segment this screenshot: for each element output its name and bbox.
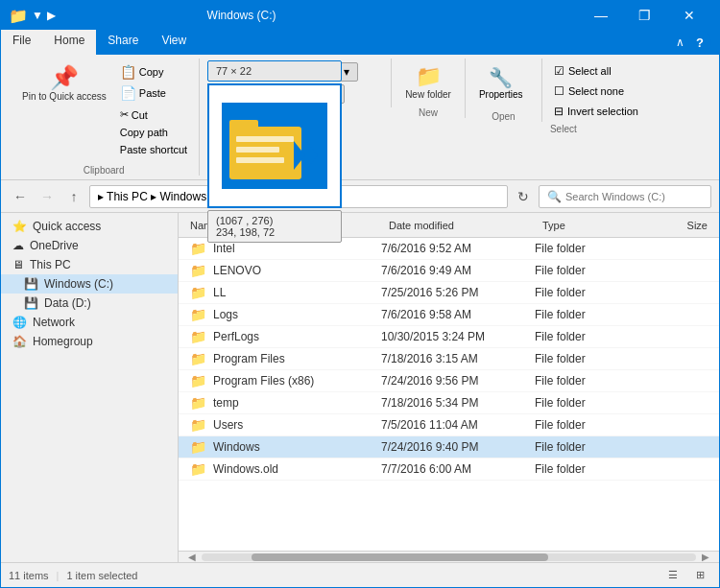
coords-text: (1067 , 276) bbox=[216, 215, 333, 226]
checkbox-all-icon: ☑ bbox=[554, 64, 564, 78]
paste-button[interactable]: 📄 Paste bbox=[116, 83, 191, 103]
file-type: File folder bbox=[535, 308, 631, 321]
file-row[interactable]: 📁 Windows 7/24/2016 9:40 PM File folder bbox=[179, 436, 719, 459]
title-controls: — ❐ ✕ bbox=[579, 1, 711, 30]
tab-share[interactable]: Share bbox=[96, 30, 150, 55]
search-icon: 🔍 bbox=[547, 190, 562, 203]
up-button[interactable]: ↑ bbox=[62, 185, 85, 208]
svg-rect-5 bbox=[236, 157, 284, 163]
file-name: Logs bbox=[213, 308, 381, 321]
scrollbar-thumb[interactable] bbox=[252, 553, 548, 561]
select-none-button[interactable]: ☐ Select none bbox=[550, 82, 642, 100]
scrollbar-track[interactable] bbox=[202, 553, 696, 561]
tab-home[interactable]: Home bbox=[42, 30, 96, 55]
forward-button[interactable]: → bbox=[36, 185, 59, 208]
cut-label: Cut bbox=[132, 109, 148, 121]
minimize-button[interactable]: — bbox=[579, 1, 623, 30]
copy-label: Copy bbox=[139, 66, 164, 78]
properties-button[interactable]: 🔧 Properties bbox=[473, 62, 529, 104]
col-header-size[interactable]: Size bbox=[635, 220, 711, 231]
search-box[interactable]: 🔍 bbox=[539, 185, 711, 208]
properties-icon: 🔧 bbox=[489, 66, 513, 89]
sidebar: ⭐ Quick access ☁ OneDrive 🖥 This PC 💾 Wi… bbox=[1, 213, 179, 562]
file-row[interactable]: 📁 temp 7/18/2016 5:34 PM File folder bbox=[179, 392, 719, 414]
sidebar-item-homegroup[interactable]: 🏠 Homegroup bbox=[1, 332, 178, 351]
file-name: Windows bbox=[213, 440, 381, 454]
preview-box bbox=[207, 83, 342, 208]
back-button[interactable]: ← bbox=[9, 185, 32, 208]
tiles-view-button[interactable]: ⊞ bbox=[688, 566, 711, 585]
copy-path-label: Copy path bbox=[120, 127, 168, 138]
sidebar-item-onedrive[interactable]: ☁ OneDrive bbox=[1, 236, 178, 255]
folder-icon: 📁 bbox=[190, 373, 205, 388]
horizontal-scrollbar[interactable]: ◀ ▶ bbox=[179, 551, 719, 562]
file-name: Program Files (x86) bbox=[213, 374, 381, 388]
file-row[interactable]: 📁 Users 7/5/2016 11:04 AM File folder bbox=[179, 414, 719, 436]
file-type: File folder bbox=[535, 264, 631, 277]
file-date: 10/30/2015 3:24 PM bbox=[381, 330, 535, 343]
drive-icon: 💾 bbox=[24, 277, 38, 291]
file-row[interactable]: 📁 Windows.old 7/7/2016 6:00 AM File fold… bbox=[179, 459, 719, 481]
paste-shortcut-label: Paste shortcut bbox=[120, 144, 187, 155]
coords-tooltip: (1067 , 276) 234, 198, 72 bbox=[207, 210, 342, 243]
search-input[interactable] bbox=[565, 191, 703, 202]
folder-icon: 📁 bbox=[190, 395, 205, 411]
sidebar-item-network[interactable]: 🌐 Network bbox=[1, 313, 178, 332]
pin-to-quick-access-button[interactable]: 📌 Pin to Quick access bbox=[16, 62, 112, 157]
color-text: 234, 198, 72 bbox=[216, 226, 333, 238]
file-date: 7/6/2016 9:58 AM bbox=[381, 308, 535, 321]
network-icon: 🌐 bbox=[12, 316, 27, 329]
file-name: temp bbox=[213, 396, 381, 410]
refresh-button[interactable]: ↻ bbox=[512, 185, 535, 208]
file-date: 7/24/2016 9:56 PM bbox=[381, 374, 535, 388]
folder-icon: 📁 bbox=[190, 461, 205, 477]
address-bar: ← → ↑ ▸ This PC ▸ Windows (C:) ↻ 🔍 bbox=[1, 180, 719, 213]
col-header-date[interactable]: Date modified bbox=[385, 220, 539, 231]
tab-view[interactable]: View bbox=[150, 30, 198, 55]
file-name: Windows.old bbox=[213, 462, 381, 476]
sidebar-network-label: Network bbox=[33, 316, 75, 329]
file-row[interactable]: 📁 Logs 7/6/2016 9:58 AM File folder bbox=[179, 304, 719, 326]
title-bar-left: 📁 ▼ ▶ bbox=[9, 7, 56, 25]
paste-icon: 📄 bbox=[120, 85, 136, 101]
file-row[interactable]: 📁 LENOVO 7/6/2016 9:49 AM File folder bbox=[179, 260, 719, 282]
maximize-button[interactable]: ❐ bbox=[623, 1, 667, 30]
sidebar-item-data-d[interactable]: 💾 Data (D:) bbox=[1, 294, 178, 313]
select-group-label: Select bbox=[550, 124, 577, 134]
copy-button[interactable]: 📋 Copy bbox=[116, 62, 191, 82]
file-row[interactable]: 📁 Program Files 7/18/2016 3:15 AM File f… bbox=[179, 348, 719, 370]
tab-file[interactable]: File bbox=[1, 30, 42, 55]
file-row[interactable]: 📁 Program Files (x86) 7/24/2016 9:56 PM … bbox=[179, 370, 719, 392]
paste-shortcut-button[interactable]: Paste shortcut bbox=[116, 142, 191, 157]
sidebar-item-quick-access[interactable]: ⭐ Quick access bbox=[1, 217, 178, 236]
col-header-type[interactable]: Type bbox=[539, 220, 635, 231]
file-name: Intel bbox=[213, 242, 381, 255]
invert-icon: ⊟ bbox=[554, 105, 564, 118]
new-group-label: New bbox=[419, 104, 438, 118]
status-bar: 11 items | 1 item selected ☰ ⊞ bbox=[1, 562, 719, 587]
close-button[interactable]: ✕ bbox=[667, 1, 711, 30]
ribbon-collapse-icon[interactable]: ∧ bbox=[676, 35, 684, 49]
help-button[interactable]: ? bbox=[688, 31, 711, 54]
invert-selection-button[interactable]: ⊟ Invert selection bbox=[550, 103, 642, 120]
main-window: 📁 ▼ ▶ Windows (C:) — ❐ ✕ File Home Share… bbox=[0, 0, 720, 588]
details-view-button[interactable]: ☰ bbox=[661, 566, 684, 585]
new-folder-button[interactable]: 📁 New folder bbox=[399, 62, 457, 104]
copy-path-button[interactable]: Copy path bbox=[116, 125, 172, 140]
copy-icon: 📋 bbox=[120, 64, 136, 80]
selected-count: 1 item selected bbox=[66, 570, 137, 581]
file-row[interactable]: 📁 LL 7/25/2016 5:26 PM File folder bbox=[179, 282, 719, 304]
cut-icon: ✂ bbox=[120, 108, 129, 121]
cut-button[interactable]: ✂ Cut bbox=[116, 106, 152, 123]
clipboard-group-label: Clipboard bbox=[84, 161, 125, 176]
checkbox-none-icon: ☐ bbox=[554, 84, 564, 98]
paste-label: Paste bbox=[139, 87, 166, 99]
sidebar-item-windows-c[interactable]: 💾 Windows (C:) bbox=[1, 274, 178, 294]
cloud-icon: ☁ bbox=[12, 239, 24, 252]
select-all-label: Select all bbox=[568, 65, 612, 77]
select-all-button[interactable]: ☑ Select all bbox=[550, 62, 642, 80]
file-row[interactable]: 📁 PerfLogs 10/30/2015 3:24 PM File folde… bbox=[179, 326, 719, 348]
folder-icon: 📁 bbox=[190, 241, 205, 256]
file-date: 7/6/2016 9:49 AM bbox=[381, 264, 535, 277]
sidebar-item-this-pc[interactable]: 🖥 This PC bbox=[1, 255, 178, 274]
